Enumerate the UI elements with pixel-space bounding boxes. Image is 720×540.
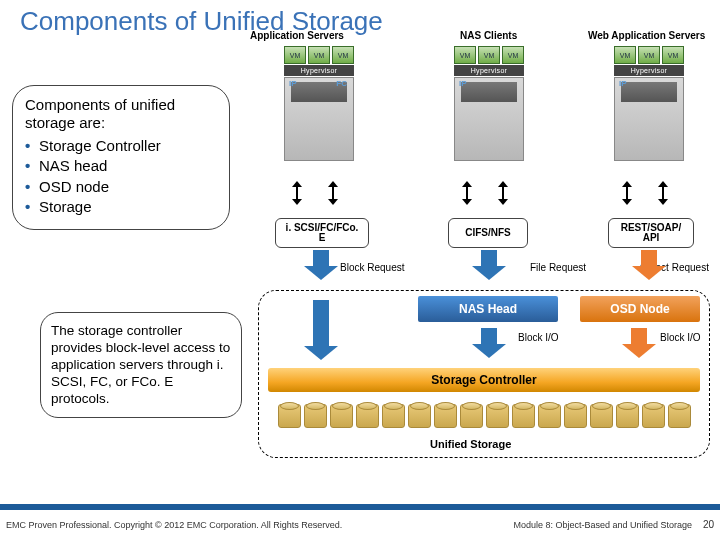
vm-icon: VM [478, 46, 500, 64]
nas-head-box: NAS Head [418, 296, 558, 322]
callout-item: Storage Controller [25, 136, 217, 156]
hypervisor-bar: Hypervisor [454, 65, 524, 76]
disk-icon [356, 404, 379, 428]
port-ip: IP [619, 79, 627, 88]
disk-icon [278, 404, 301, 428]
osd-node-box: OSD Node [580, 296, 700, 322]
vm-icon: VM [638, 46, 660, 64]
port-fc: FC [336, 79, 347, 88]
label-block-io-1: Block I/O [518, 332, 559, 343]
label-web-servers: Web Application Servers [588, 30, 705, 41]
server-stack: VMVMVMHypervisorIP [450, 46, 528, 161]
port-ip: IP [289, 79, 297, 88]
label-nas-clients: NAS Clients [460, 30, 517, 41]
footer-left: EMC Proven Professional. Copyright © 201… [6, 520, 342, 530]
disk-icon [538, 404, 561, 428]
protocol-object: REST/SOAP/ API [608, 218, 694, 248]
callout-item: OSD node [25, 177, 217, 197]
vm-icon: VM [662, 46, 684, 64]
arrow-nas-down-icon [472, 328, 506, 358]
disk-array [268, 398, 700, 428]
arrow-block-to-ctrl-icon [304, 300, 338, 360]
vm-icon: VM [308, 46, 330, 64]
arrow-object-down-icon [632, 250, 666, 280]
disk-icon [642, 404, 665, 428]
disk-icon [668, 404, 691, 428]
disk-icon [304, 404, 327, 428]
disk-icon [408, 404, 431, 428]
disk-icon [434, 404, 457, 428]
footer-stripe [0, 504, 720, 510]
bi-arrow-icon [462, 182, 472, 204]
label-block-io-2: Block I/O [660, 332, 701, 343]
bi-arrow-icon [498, 182, 508, 204]
port-ip: IP [459, 79, 467, 88]
protocol-file: CIFS/NFS [448, 218, 528, 248]
protocol-block: i. SCSI/FC/FCo. E [275, 218, 369, 248]
disk-icon [382, 404, 405, 428]
disk-icon [616, 404, 639, 428]
label-unified-storage: Unified Storage [430, 438, 511, 450]
server-body-icon: IPFC [284, 77, 354, 161]
disk-icon [460, 404, 483, 428]
callout-item: Storage [25, 197, 217, 217]
disk-icon [564, 404, 587, 428]
server-stack: VMVMVMHypervisorIPFC [280, 46, 358, 161]
hypervisor-bar: Hypervisor [284, 65, 354, 76]
disk-icon [512, 404, 535, 428]
page-number: 20 [703, 519, 714, 530]
vm-icon: VM [502, 46, 524, 64]
bi-arrow-icon [622, 182, 632, 204]
bi-arrow-icon [658, 182, 668, 204]
server-body-icon: IP [614, 77, 684, 161]
arrow-osd-down-icon [622, 328, 656, 358]
label-block-request: Block Request [340, 262, 404, 273]
bi-arrow-icon [328, 182, 338, 204]
arrow-block-down-icon [304, 250, 338, 280]
callout-item: NAS head [25, 156, 217, 176]
label-app-servers: Application Servers [250, 30, 344, 41]
bi-arrow-icon [292, 182, 302, 204]
disk-icon [486, 404, 509, 428]
server-body-icon: IP [454, 77, 524, 161]
vm-icon: VM [284, 46, 306, 64]
server-stack: VMVMVMHypervisorIP [610, 46, 688, 161]
footer-right: Module 8: Object-Based and Unified Stora… [513, 520, 692, 530]
vm-icon: VM [454, 46, 476, 64]
hypervisor-bar: Hypervisor [614, 65, 684, 76]
callout-explain-text: The storage controller provides block-le… [51, 323, 231, 407]
disk-icon [590, 404, 613, 428]
arrow-file-down-icon [472, 250, 506, 280]
storage-controller-bar: Storage Controller [268, 368, 700, 392]
disk-icon [330, 404, 353, 428]
vm-icon: VM [332, 46, 354, 64]
callout-components: Components of unified storage are: Stora… [12, 85, 230, 230]
callout-explain: The storage controller provides block-le… [40, 312, 242, 418]
label-file-request: File Request [530, 262, 586, 273]
callout-lead: Components of unified storage are: [25, 96, 217, 132]
vm-icon: VM [614, 46, 636, 64]
